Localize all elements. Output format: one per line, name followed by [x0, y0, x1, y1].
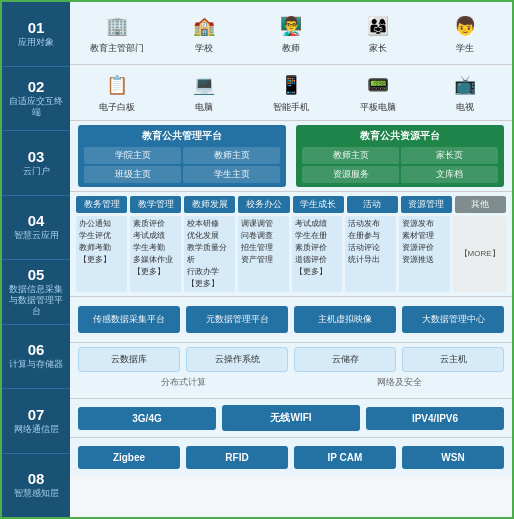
sidebar-num-03: 03: [28, 149, 45, 164]
app-line: 教学质量分析: [187, 242, 232, 266]
app-line: 活动评论: [348, 242, 393, 254]
app-header-office: 校务办公: [238, 196, 289, 213]
app-header-resource: 资源管理: [401, 196, 452, 213]
platform-metadata: 元数据管理平台: [186, 306, 288, 333]
portal-cell-2: 班级主页: [84, 166, 181, 183]
app-col-2: 校本研修 优化发展 教学质量分析 行政办学 【更多】: [184, 216, 235, 292]
section-04-wrapper: 教务管理 教学管理 教师发展 校务办公 学生成长 活动 资源管理 其他 办公通知…: [70, 192, 512, 297]
student-label: 学生: [456, 42, 474, 55]
app-col-4: 考试成绩 学生在册 素质评价 道德评价 【更多】: [292, 216, 343, 292]
sidebar-num-01: 01: [28, 20, 45, 35]
portal-cell-1: 教师主页: [183, 147, 280, 164]
section-06-wrapper: 云数据库 云操作系统 云储存 云主机 分布式计算 网络及安全: [70, 343, 512, 399]
smartphone-label: 智能手机: [273, 101, 309, 114]
sidebar-item-08: 08 智慧感知层: [2, 454, 70, 518]
app-line: 考试成绩: [295, 218, 340, 230]
section-07: 3G/4G 无线WIFI IPV4/IPV6: [70, 399, 512, 437]
app-line: 【更多】: [133, 266, 178, 278]
comm-wifi: 无线WIFI: [222, 405, 360, 431]
app-line: 招生管理: [241, 242, 286, 254]
app-icon-parent: 👨‍👩‍👧 家长: [338, 12, 417, 55]
app-icon-education-dept: 🏢 教育主管部门: [78, 12, 157, 55]
sidebar-num-06: 06: [28, 342, 45, 357]
sidebar-num-04: 04: [28, 213, 45, 228]
portal-res-cell-1: 家长页: [401, 147, 498, 164]
app-line: 【更多】: [187, 278, 232, 290]
app-line: 教师考勤: [79, 242, 124, 254]
portal-cell-0: 学院主页: [84, 147, 181, 164]
cloud-storage: 云储存: [294, 347, 396, 372]
comm-3g4g: 3G/4G: [78, 407, 216, 430]
section-02-wrapper: 📋 电子白板 💻 电脑 📱 智能手机 📟 平板电脑 📺 电视: [70, 65, 512, 121]
app-line: 学生评优: [79, 230, 124, 242]
app-line: 【更多】: [79, 254, 124, 266]
app-col-5: 活动发布 在册参与 活动评论 统计导出: [345, 216, 396, 292]
apps-content: 办公通知 学生评优 教师考勤 【更多】 素质评价 考试成绩 学生考勤 多媒体作业…: [76, 216, 506, 292]
apps-header: 教务管理 教学管理 教师发展 校务办公 学生成长 活动 资源管理 其他: [76, 196, 506, 213]
portal-res-cell-3: 文库档: [401, 166, 498, 183]
sense-ipcam: IP CAM: [294, 446, 396, 469]
app-icon-whiteboard: 📋 电子白板: [78, 71, 157, 114]
app-line: 素材管理: [402, 230, 447, 242]
main-container: 01 应用对象 02 自适应交互终端 03 云门户 04 智慧云应用 05 数据…: [0, 0, 514, 519]
comm-ipv: IPV4/IPV6: [366, 407, 504, 430]
app-line: 在册参与: [348, 230, 393, 242]
dist-net-row: 分布式计算 网络及安全: [78, 376, 504, 389]
portal-management-title: 教育公共管理平台: [84, 129, 280, 143]
portal-resource-title: 教育公共资源平台: [302, 129, 498, 143]
school-icon: 🏫: [186, 12, 222, 40]
app-line: 素质评价: [133, 218, 178, 230]
sidebar-item-06: 06 计算与存储器: [2, 325, 70, 390]
cloud-row: 云数据库 云操作系统 云储存 云主机: [78, 347, 504, 372]
app-line: 学生在册: [295, 230, 340, 242]
app-line: 活动发布: [348, 218, 393, 230]
app-icon-student: 👦 学生: [425, 12, 504, 55]
content-area: 🏢 教育主管部门 🏫 学校 👨‍🏫 教师 👨‍👩‍👧 家长 👦: [70, 2, 512, 517]
section-03: 教育公共管理平台 学院主页 教师主页 班级主页 学生主页 教育公共资源平台 教师…: [70, 121, 512, 191]
app-col-0: 办公通知 学生评优 教师考勤 【更多】: [76, 216, 127, 292]
app-line: 学生考勤: [133, 242, 178, 254]
school-label: 学校: [195, 42, 213, 55]
section-05: 传感数据采集平台 元数据管理平台 主机虚拟映像 大数据管理中心: [70, 297, 512, 342]
platform-bigdata: 大数据管理中心: [402, 306, 504, 333]
portal-res-cell-2: 资源服务: [302, 166, 399, 183]
app-icon-computer: 💻 电脑: [165, 71, 244, 114]
portal-res-cell-0: 教师主页: [302, 147, 399, 164]
sidebar-item-04: 04 智慧云应用: [2, 196, 70, 261]
app-line: 问卷调查: [241, 230, 286, 242]
app-line: 道德评价: [295, 254, 340, 266]
app-line: 办公通知: [79, 218, 124, 230]
app-line: 行政办学: [187, 266, 232, 278]
app-line: 多媒体作业: [133, 254, 178, 266]
sidebar-label-06: 计算与存储器: [9, 359, 63, 370]
net-label: 网络及安全: [294, 376, 504, 389]
section-04: 教务管理 教学管理 教师发展 校务办公 学生成长 活动 资源管理 其他 办公通知…: [70, 192, 512, 296]
sense-wsn: WSN: [402, 446, 504, 469]
portal-management-grid: 学院主页 教师主页 班级主页 学生主页: [84, 147, 280, 183]
app-line: 校本研修: [187, 218, 232, 230]
platform-vm: 主机虚拟映像: [294, 306, 396, 333]
cloud-host: 云主机: [402, 347, 504, 372]
portal-resource: 教育公共资源平台 教师主页 家长页 资源服务 文库档: [296, 125, 504, 187]
sidebar-label-07: 网络通信层: [14, 424, 59, 435]
smartphone-icon: 📱: [273, 71, 309, 99]
sidebar-label-05: 数据信息采集与数据管理平台: [6, 284, 66, 316]
portal-management: 教育公共管理平台 学院主页 教师主页 班级主页 学生主页: [78, 125, 286, 187]
sidebar-label-02: 自适应交互终端: [6, 96, 66, 118]
app-line: 资产管理: [241, 254, 286, 266]
teacher-icon: 👨‍🏫: [273, 12, 309, 40]
whiteboard-label: 电子白板: [99, 101, 135, 114]
app-icon-school: 🏫 学校: [165, 12, 244, 55]
section-06: 云数据库 云操作系统 云储存 云主机 分布式计算 网络及安全: [70, 343, 512, 398]
cloud-db: 云数据库: [78, 347, 180, 372]
app-line: 资源评价: [402, 242, 447, 254]
cloud-os: 云操作系统: [186, 347, 288, 372]
sidebar-item-01: 01 应用对象: [2, 2, 70, 67]
sidebar-num-05: 05: [28, 267, 45, 282]
more-label: 【MORE】: [460, 248, 500, 260]
student-icon: 👦: [447, 12, 483, 40]
sidebar: 01 应用对象 02 自适应交互终端 03 云门户 04 智慧云应用 05 数据…: [2, 2, 70, 517]
app-header-teach: 教学管理: [130, 196, 181, 213]
education-dept-icon: 🏢: [99, 12, 135, 40]
app-line: 【更多】: [295, 266, 340, 278]
